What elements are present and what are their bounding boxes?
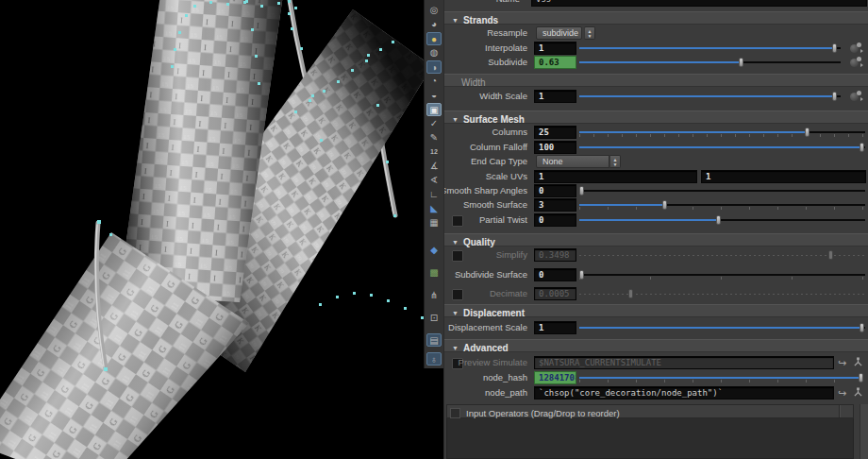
shaded-sphere-icon[interactable]: ◕ [426,18,442,31]
smooth-sharp-angles-field[interactable]: 0 [534,184,576,197]
resample-dropdown[interactable]: subdivide ▲▼ [536,26,595,40]
param-row-columns: Columns 25 [444,126,868,139]
section-width: Width [444,74,868,87]
scale-uvs-u-field[interactable]: 1 [534,170,697,183]
interpolate-slider[interactable] [579,42,841,55]
input-operators-title: Input Operators (Drag/Drop to reorder) [466,408,620,418]
lights-headlight-icon[interactable]: ◍ [426,46,442,60]
param-row-subdivide-surface: Subdivide Surface 0 [444,268,868,281]
uv-checker-icon[interactable]: ▦ [426,216,442,230]
view-pin-icon[interactable]: ♁ [426,352,442,366]
shading-mode-icon[interactable]: ◎ [426,4,442,17]
node-hash-label: node_hash [443,371,527,384]
section-displacement[interactable]: ▼Displacement [444,304,868,317]
section-title: Quality [463,237,495,247]
section-title: Advanced [463,343,509,353]
column-falloff-slider[interactable] [579,141,865,154]
param-menu-icon[interactable] [850,91,863,102]
revert-arrow-icon[interactable]: ↪ [836,386,848,400]
section-quality[interactable]: ▼Quality [444,233,868,246]
safe-area-icon[interactable]: ⊡ [426,312,442,325]
columns-field[interactable]: 25 [534,126,576,139]
jump-to-node-icon[interactable] [852,356,864,369]
primitive-normals-icon[interactable]: ∡ [426,160,442,173]
draw-pen-icon[interactable]: ✎ [426,131,442,144]
subdivide-surface-label: Subdivide Surface [443,268,527,281]
node-hash-field[interactable]: 1284170889 [534,371,576,384]
group-box-icon[interactable]: ▩ [426,266,442,280]
param-row-column-falloff: Column Falloff 100 [444,141,868,154]
lights-normal-icon[interactable]: ● [426,32,442,45]
column-falloff-field[interactable]: 100 [534,141,576,154]
partial-twist-field[interactable]: 0 [534,213,576,227]
display-materials-icon[interactable]: ◑ [426,60,442,74]
param-menu-icon[interactable] [850,57,863,68]
jump-to-node-icon[interactable] [852,386,864,400]
revert-arrow-icon[interactable]: ↪ [836,356,848,369]
node-path-label: node_path [443,386,527,400]
smooth-sharp-angles-slider[interactable] [579,184,865,197]
spinner-arrows-icon[interactable]: ▲▼ [609,155,621,168]
parameter-panel: Name vss ▼Strands Resample subdivide ▲▼ … [443,0,868,459]
smooth-surface-field[interactable]: 3 [534,198,576,212]
vertex-normals-icon[interactable]: ∢ [426,174,442,187]
param-row-simplify: Simplify 0.3498 [444,248,868,262]
input-operators-scrollbar[interactable] [860,404,868,459]
section-advanced[interactable]: ▼Advanced [444,339,868,352]
partial-twist-slider[interactable] [579,213,865,227]
preview-simulate-field: $NATSURA_CURRENTSIMULATE [534,356,834,369]
decimate-slider [579,287,865,300]
tree-render: G 11 I 15 K 09 [0,0,443,459]
snapshot-icon[interactable]: ▤ [426,333,442,347]
grid-ruler-icon[interactable]: ∟ [426,188,442,201]
input-operators-list[interactable] [446,418,854,459]
section-title: Width [461,77,486,88]
vertex-markers-icon[interactable]: ✓ [426,117,442,130]
display-options-toolbar: ◎ ◕ ● ◍ ◑ ◔ ◒ ▣ ✓ ✎ 12 ∡ ∢ ∟ ◣ ▦ ◆ ▩ ⋔ ⊡… [424,0,443,368]
material-sphere-a-icon[interactable]: ◔ [426,75,442,88]
param-row-resample: Resample subdivide ▲▼ [444,26,868,40]
subdivide-surface-field[interactable]: 0 [534,268,576,281]
material-sphere-b-icon[interactable]: ◒ [426,89,442,102]
subdivide-surface-slider[interactable] [579,268,865,281]
spinner-arrows-icon[interactable]: ▲▼ [584,26,595,40]
smooth-surface-slider[interactable] [579,198,865,212]
header-divider [839,405,841,417]
end-cap-type-dropdown[interactable]: None ▲▼ [536,155,621,168]
subdivide-slider[interactable] [579,56,841,69]
point-markers-icon[interactable]: ▣ [426,103,442,116]
subdivide-field[interactable]: 0.63 [534,56,576,69]
node-path-field[interactable]: `chsop("core_decoration/node_path")` [534,386,834,400]
collapse-arrow-icon: ▼ [452,116,459,123]
simplify-label: Simplify [443,248,527,262]
param-menu-icon[interactable] [850,42,863,54]
param-row-displacement-scale: Displacement Scale 1 [444,321,868,334]
param-row-smooth-sharp-angles: Smooth Sharp Angles 0 [444,184,868,197]
param-row-partial-twist: Partial Twist 0 [444,213,868,227]
width-scale-slider[interactable] [579,90,841,103]
displacement-scale-field[interactable]: 1 [534,321,576,334]
section-surface-mesh[interactable]: ▼Surface Mesh [444,110,868,124]
node-hash-slider[interactable] [579,371,862,384]
cone-axis-icon[interactable]: ◣ [426,202,442,215]
interpolate-label: Interpolate [443,42,527,55]
interpolate-field[interactable]: 1 [534,42,576,55]
point-numbers-icon[interactable]: 12 [426,145,442,159]
width-scale-field[interactable]: 1 [534,90,576,103]
scale-uvs-v-field[interactable]: 1 [701,170,866,183]
viewport-3d[interactable]: G 11 I 15 K 09 [0,0,443,459]
param-row-interpolate: Interpolate 1 [444,42,868,55]
param-row-decimate: Decimate 0.0005 [444,287,868,300]
displacement-scale-slider[interactable] [579,321,865,334]
smooth-sharp-angles-label: Smooth Sharp Angles [443,184,527,197]
input-operators-header[interactable]: Input Operators (Drag/Drop to reorder) [446,404,854,418]
section-title: Surface Mesh [463,114,525,125]
section-strands[interactable]: ▼Strands [444,11,868,25]
skeleton-joints-icon[interactable]: ⋔ [426,289,442,302]
preview-simulate-label: Preview Simulate [443,356,527,369]
columns-slider[interactable] [579,126,865,139]
section-title: Strands [463,15,498,26]
view-gizmo-icon[interactable]: ◆ [426,244,442,257]
width-scale-label: Width Scale [443,90,527,103]
name-field[interactable]: vss [531,0,867,7]
